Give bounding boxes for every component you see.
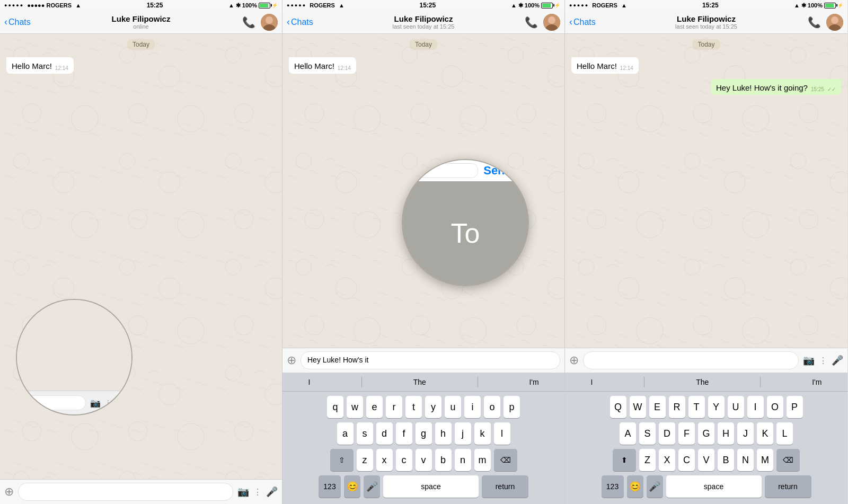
suggestion-im-2[interactable]: I'm [529, 378, 538, 386]
key-t-2[interactable]: t [405, 396, 422, 418]
key-backspace-2[interactable]: ⌫ [494, 449, 517, 471]
key-Z-3[interactable]: Z [639, 449, 656, 471]
key-space-2[interactable]: space [383, 475, 479, 498]
key-H-3[interactable]: H [718, 422, 734, 445]
magnifier-camera-icon-1[interactable]: 📷 [90, 398, 101, 408]
key-h-2[interactable]: h [435, 422, 452, 445]
attach-button-3[interactable]: ⊕ [569, 353, 579, 367]
suggestion-divider-right-2 [478, 377, 478, 387]
suggestion-i-3[interactable]: I [590, 378, 593, 386]
key-I-3[interactable]: I [747, 396, 764, 418]
message-input-2[interactable]: Hey Luke! How's it [301, 351, 560, 369]
key-T-3[interactable]: T [688, 396, 705, 418]
key-s-2[interactable]: s [357, 422, 373, 445]
key-V-3[interactable]: V [698, 449, 714, 471]
more-button-3[interactable]: ⋮ [819, 356, 827, 366]
back-button-3[interactable]: ‹ Chats [569, 16, 612, 28]
attach-button-2[interactable]: ⊕ [287, 353, 296, 367]
key-F-3[interactable]: F [678, 422, 695, 445]
key-O-3[interactable]: O [767, 396, 783, 418]
key-m-2[interactable]: m [474, 449, 491, 471]
call-button-1[interactable]: 📞 [242, 16, 255, 29]
suggestion-i-2[interactable]: I [308, 378, 310, 386]
key-K-3[interactable]: K [757, 422, 773, 445]
key-shift-3[interactable]: ⬆ [613, 449, 636, 471]
key-j-2[interactable]: j [455, 422, 471, 445]
key-backspace-3[interactable]: ⌫ [776, 449, 800, 471]
avatar-2[interactable] [543, 14, 560, 31]
wifi-icon-2: ▲ [339, 2, 344, 8]
suggestion-the-3[interactable]: The [696, 378, 709, 386]
key-return-3[interactable]: return [765, 475, 811, 498]
key-P-3[interactable]: P [787, 396, 803, 418]
key-Y-3[interactable]: Y [708, 396, 725, 418]
key-R-3[interactable]: R [669, 396, 685, 418]
key-X-3[interactable]: X [659, 449, 675, 471]
key-q-2[interactable]: q [327, 396, 343, 418]
key-k-2[interactable]: k [474, 422, 491, 445]
key-mic-3[interactable]: 🎤 [647, 475, 663, 498]
key-emoji-3[interactable]: 😊 [627, 475, 643, 498]
back-button-1[interactable]: ‹ Chats [4, 16, 47, 28]
key-C-3[interactable]: C [678, 449, 695, 471]
key-mic-2[interactable]: 🎤 [364, 475, 380, 498]
key-r-2[interactable]: r [386, 396, 402, 418]
key-return-2[interactable]: return [482, 475, 528, 498]
back-button-2[interactable]: ‹ Chats [287, 16, 329, 28]
key-E-3[interactable]: E [649, 396, 666, 418]
key-l-2[interactable]: l [494, 422, 510, 445]
back-chevron-2: ‹ [287, 16, 290, 28]
key-e-2[interactable]: e [366, 396, 383, 418]
key-U-3[interactable]: U [728, 396, 744, 418]
key-v-2[interactable]: v [416, 449, 432, 471]
key-emoji-2[interactable]: 😊 [344, 475, 360, 498]
key-space-3[interactable]: space [666, 475, 762, 498]
key-W-3[interactable]: W [630, 396, 646, 418]
key-y-2[interactable]: y [425, 396, 441, 418]
key-numbers-3[interactable]: 123 [602, 475, 624, 498]
avatar-3[interactable] [826, 14, 843, 31]
key-u-2[interactable]: u [445, 396, 461, 418]
key-shift-2[interactable]: ⇧ [330, 449, 354, 471]
key-N-3[interactable]: N [737, 449, 754, 471]
suggestion-im-3[interactable]: I'm [812, 378, 822, 386]
key-x-2[interactable]: x [376, 449, 393, 471]
key-Q-3[interactable]: Q [610, 396, 626, 418]
key-n-2[interactable]: n [455, 449, 471, 471]
call-button-3[interactable]: 📞 [808, 16, 821, 29]
attach-button-1[interactable]: ⊕ [4, 485, 14, 499]
camera-button-1[interactable]: 📷 [237, 486, 249, 498]
message-input-1[interactable] [18, 483, 233, 501]
key-A-3[interactable]: A [620, 422, 636, 445]
key-B-3[interactable]: B [718, 449, 734, 471]
contact-name-1: Luke Filipowicz [112, 14, 171, 23]
key-numbers-2[interactable]: 123 [319, 475, 341, 498]
nav-center-3: Luke Filipowicz last seen today at 15:25 [612, 14, 801, 30]
avatar-1[interactable] [261, 14, 278, 31]
message-bubble-1: Hello Marc! 12:14 [6, 57, 74, 74]
call-button-2[interactable]: 📞 [525, 16, 538, 29]
key-S-3[interactable]: S [639, 422, 656, 445]
key-i-2[interactable]: i [464, 396, 481, 418]
key-c-2[interactable]: c [396, 449, 412, 471]
key-g-2[interactable]: g [416, 422, 432, 445]
key-f-2[interactable]: f [396, 422, 412, 445]
camera-button-3[interactable]: 📷 [803, 355, 815, 366]
mic-button-3[interactable]: 🎤 [832, 355, 843, 366]
key-D-3[interactable]: D [659, 422, 675, 445]
more-button-1[interactable]: ⋮ [253, 487, 262, 497]
key-o-2[interactable]: o [484, 396, 500, 418]
key-z-2[interactable]: z [357, 449, 373, 471]
key-L-3[interactable]: L [776, 422, 793, 445]
key-p-2[interactable]: p [504, 396, 520, 418]
key-d-2[interactable]: d [376, 422, 393, 445]
key-a-2[interactable]: a [337, 422, 354, 445]
key-w-2[interactable]: w [347, 396, 363, 418]
message-input-3[interactable] [583, 351, 799, 369]
key-M-3[interactable]: M [757, 449, 773, 471]
key-b-2[interactable]: b [435, 449, 452, 471]
key-G-3[interactable]: G [698, 422, 714, 445]
mic-button-1[interactable]: 🎤 [266, 486, 278, 498]
key-J-3[interactable]: J [737, 422, 754, 445]
suggestion-the-2[interactable]: The [413, 378, 426, 386]
